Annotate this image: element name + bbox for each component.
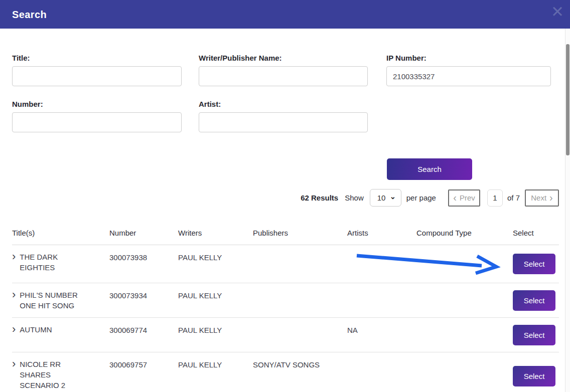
- row-writers: PAUL KELLY: [178, 245, 253, 283]
- column-publishers: Publishers: [253, 229, 347, 237]
- row-select-button[interactable]: Select: [513, 290, 555, 311]
- row-publishers: [253, 318, 347, 352]
- scrollbar-thumb[interactable]: [566, 44, 569, 155]
- results-count: 62 Results: [301, 193, 338, 202]
- row-publishers: [253, 283, 347, 317]
- row-number: 300073938: [109, 245, 178, 283]
- modal-header: Search ✕: [0, 0, 570, 29]
- row-title: AUTUMN: [20, 324, 79, 352]
- title-input[interactable]: [12, 66, 182, 86]
- row-writers: PAUL KELLY: [178, 352, 253, 392]
- row-title: NICOLE RR SHARES SCENARIO 2: [20, 359, 79, 392]
- results-table-header: Title(s) Number Writers Publishers Artis…: [12, 229, 559, 245]
- artist-input[interactable]: [199, 112, 368, 132]
- row-writers: PAUL KELLY: [178, 283, 253, 317]
- row-number: 300069757: [109, 352, 178, 392]
- column-artists: Artists: [347, 229, 416, 237]
- row-select-button[interactable]: Select: [513, 325, 555, 345]
- chevron-right-icon: ›: [549, 192, 553, 203]
- page-size-select[interactable]: 10 ⌄: [370, 189, 401, 207]
- row-artists: [347, 352, 416, 392]
- prev-page-button[interactable]: ‹ Prev: [448, 189, 480, 207]
- row-select-button[interactable]: Select: [513, 366, 555, 386]
- page-size-value: 10: [377, 193, 386, 202]
- artist-label: Artist:: [199, 100, 221, 108]
- row-number: 300069774: [109, 318, 178, 352]
- row-compound-type: [416, 245, 513, 283]
- pagination-bar: 62 Results Show 10 ⌄ per page ‹ Prev of …: [0, 189, 559, 207]
- next-label: Next: [531, 193, 546, 202]
- expand-chevron-icon[interactable]: ›: [12, 359, 16, 392]
- column-compound-type: Compound Type: [416, 229, 513, 237]
- table-row: › THE DARK EIGHTIES 300073938 PAUL KELLY…: [12, 245, 559, 283]
- row-number: 300073934: [109, 283, 178, 317]
- chevron-left-icon: ‹: [453, 192, 457, 203]
- row-select-button[interactable]: Select: [513, 254, 555, 274]
- next-page-button[interactable]: Next ›: [525, 189, 559, 207]
- column-writers: Writers: [178, 229, 253, 237]
- chevron-down-icon: ⌄: [390, 194, 396, 199]
- number-label: Number:: [12, 100, 43, 108]
- show-label: Show: [345, 193, 364, 202]
- row-compound-type: [416, 283, 513, 317]
- page-number-input[interactable]: [487, 189, 503, 207]
- row-publishers: SONY/ATV SONGS: [253, 352, 347, 392]
- expand-chevron-icon[interactable]: ›: [12, 252, 16, 283]
- row-artists: NA: [347, 318, 416, 352]
- row-title: THE DARK EIGHTIES: [20, 252, 79, 283]
- row-artists: [347, 283, 416, 317]
- per-page-label: per page: [406, 193, 436, 202]
- page-total-label: of 7: [507, 193, 520, 202]
- close-icon[interactable]: ✕: [551, 0, 564, 24]
- results-table: › THE DARK EIGHTIES 300073938 PAUL KELLY…: [12, 245, 559, 392]
- row-publishers: [253, 245, 347, 283]
- column-select: Select: [513, 229, 559, 237]
- search-button[interactable]: Search: [387, 158, 472, 180]
- modal-title: Search: [12, 9, 47, 20]
- scrollbar[interactable]: [565, 29, 570, 392]
- table-row: › NICOLE RR SHARES SCENARIO 2 300069757 …: [12, 352, 559, 392]
- table-row: › PHIL'S NUMBER ONE HIT SONG 300073934 P…: [12, 283, 559, 318]
- row-writers: PAUL KELLY: [178, 318, 253, 352]
- row-compound-type: [416, 318, 513, 352]
- ip-number-label: IP Number:: [386, 54, 426, 62]
- row-title: PHIL'S NUMBER ONE HIT SONG: [20, 290, 79, 317]
- title-label: Title:: [12, 54, 30, 62]
- expand-chevron-icon[interactable]: ›: [12, 324, 16, 352]
- writer-publisher-label: Writer/Publisher Name:: [199, 54, 282, 62]
- column-title: Title(s): [12, 229, 109, 237]
- row-artists: [347, 245, 416, 283]
- row-compound-type: [416, 352, 513, 392]
- column-number: Number: [109, 229, 178, 237]
- ip-number-input[interactable]: [386, 66, 551, 86]
- prev-label: Prev: [460, 193, 475, 202]
- number-input[interactable]: [12, 112, 182, 132]
- writer-publisher-input[interactable]: [199, 66, 368, 86]
- expand-chevron-icon[interactable]: ›: [12, 290, 16, 317]
- table-row: › AUTUMN 300069774 PAUL KELLY NA Select: [12, 318, 559, 352]
